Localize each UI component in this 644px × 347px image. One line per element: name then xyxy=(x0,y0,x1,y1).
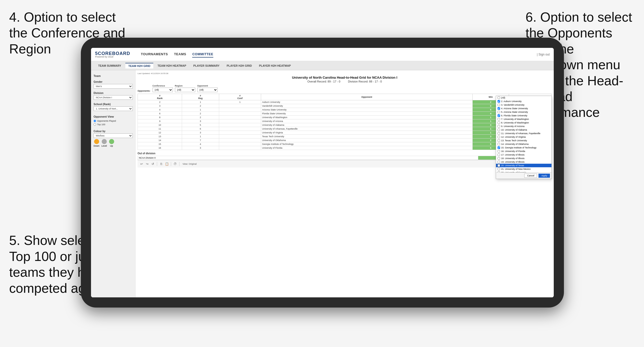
sidebar-colour-label: Colour by xyxy=(94,130,133,133)
top-nav: 5COREBOARD Powered by cloud TOURNAMENTS … xyxy=(91,48,554,61)
dropdown-item[interactable]: 13. Texas Tech University xyxy=(496,139,551,142)
sub-nav: TEAM SUMMARY TEAM H2H GRID TEAM H2H HEAT… xyxy=(91,61,554,70)
toolbar-divider-2 xyxy=(171,162,171,166)
paste-icon[interactable]: 📋 xyxy=(165,162,169,166)
dropdown-item[interactable]: 16. University of Florida xyxy=(496,149,551,153)
dropdown-item[interactable]: 6. Florida State University xyxy=(496,114,551,117)
colour-level-dot xyxy=(102,139,107,144)
table-row: 12 3 University of Virginia 1 0 xyxy=(138,131,552,135)
opponent-dropdown[interactable]: (All) 2. Auburn University 3. Vanderbilt… xyxy=(496,96,552,179)
dropdown-item[interactable]: 15. Georgia Institute of Technology xyxy=(496,146,551,149)
dropdown-item[interactable]: 17. University of Illinois xyxy=(496,153,551,157)
out-of-division: Out of division NCAA Division II 1 0 xyxy=(138,152,552,160)
conference-select[interactable]: (All) xyxy=(153,88,173,92)
undo-icon[interactable]: ↩ xyxy=(140,162,144,166)
dropdown-item[interactable]: 7. University of Washington xyxy=(496,117,551,121)
dropdown-item[interactable]: 14. University of Oklahoma xyxy=(496,142,551,146)
sidebar-gender-label: Gender xyxy=(94,80,133,83)
sidebar-school-select[interactable]: 1. University of Nort... xyxy=(94,106,133,111)
dropdown-item[interactable]: 19. University of Illinois xyxy=(496,160,551,164)
cancel-button[interactable]: Cancel xyxy=(524,174,537,178)
opponent-filter-label: Opponent xyxy=(197,85,218,87)
refresh-icon[interactable]: ↺ xyxy=(151,162,155,166)
opponent-filter: Opponent (All) xyxy=(197,85,218,92)
out-div-name: NCAA Division II xyxy=(138,156,478,160)
sidebar-colour-section: Colour by Win/loss Down Level xyxy=(94,130,133,147)
conference-filter-label: Conference xyxy=(153,85,173,87)
grid-area: Last Updated: 4/11/2024 16:55:38 Univers… xyxy=(136,70,554,297)
sidebar-gender-section: Gender Men's xyxy=(94,80,133,89)
opponent-select[interactable]: (All) xyxy=(197,88,218,92)
region-select[interactable]: (All) xyxy=(175,88,195,92)
dropdown-item[interactable]: 9. University of Arizona xyxy=(496,124,551,128)
sidebar-team-label: Team xyxy=(94,74,133,77)
redo-icon[interactable]: ↪ xyxy=(145,162,149,166)
table-row: 4 1 Arizona State University 5 1 xyxy=(138,108,552,112)
dropdown-footer: Cancel Apply xyxy=(496,172,551,179)
dropdown-item[interactable]: 12. University of Virginia xyxy=(496,135,551,139)
col-rank: #Rank xyxy=(138,94,182,100)
sidebar-gender-select[interactable]: Men's xyxy=(94,84,133,89)
dropdown-item[interactable]: 8. University of Washington xyxy=(496,121,551,124)
table-row: 6 2 Florida State University 4 2 xyxy=(138,112,552,116)
dropdown-item[interactable]: 18. University of Illinois xyxy=(496,157,551,160)
dropdown-item[interactable]: 21. University of New Mexico xyxy=(496,167,551,171)
subnav-player-h2h-grid[interactable]: PLAYER H2H GRID xyxy=(223,63,255,68)
nav-items: TOURNAMENTS TEAMS COMMITTEE xyxy=(141,51,529,58)
table-row: 16 3 University of Florida 5 1 xyxy=(138,146,552,150)
filters-row: Opponents: Conference (All) Region (All) xyxy=(138,85,552,92)
dropdown-item[interactable]: 11. University of Arkansas, Fayetteville xyxy=(496,132,551,135)
region-filter-label: Region xyxy=(175,85,195,87)
colour-up-dot xyxy=(109,139,114,144)
table-row: 2 1 1 Auburn University 2 1 xyxy=(138,100,552,104)
sidebar-opponent-view-section: Opponent View Opponents Played Top 100 xyxy=(94,115,133,126)
radio-top100[interactable]: Top 100 xyxy=(94,123,133,126)
division-record: Division Record: 88 - 17 - 0 xyxy=(348,80,382,83)
sidebar-division-select[interactable]: NCAA Division I xyxy=(94,95,133,100)
subnav-team-summary[interactable]: TEAM SUMMARY xyxy=(95,63,124,68)
dropdown-item[interactable]: (All) xyxy=(496,96,551,100)
subnav-team-h2h-heatmap[interactable]: TEAM H2H HEATMAP xyxy=(154,63,189,68)
radio-group: Opponents Played Top 100 xyxy=(94,120,133,126)
nav-teams[interactable]: TEAMS xyxy=(174,51,186,58)
dropdown-item[interactable]: 20. University of Texas xyxy=(496,164,551,167)
last-updated: Last Updated: 4/11/2024 16:55:38 xyxy=(138,72,552,75)
grid-main-title: University of North Carolina Head-to-Hea… xyxy=(138,76,552,79)
view-label: View: Original xyxy=(183,163,197,165)
clock-icon[interactable]: ⏱ xyxy=(173,162,177,166)
opponents-label: Opponents: xyxy=(138,90,151,92)
sidebar-colour-select[interactable]: Win/loss xyxy=(94,133,133,138)
dropdown-item[interactable]: 2. Auburn University xyxy=(496,100,551,103)
table-row: 15 4 Georgia Institute of Technology 5 1 xyxy=(138,142,552,146)
subnav-team-h2h-grid[interactable]: TEAM H2H GRID xyxy=(125,63,154,68)
tablet-screen: 5COREBOARD Powered by cloud TOURNAMENTS … xyxy=(91,48,554,297)
apply-button[interactable]: Apply xyxy=(538,174,550,178)
nav-tournaments[interactable]: TOURNAMENTS xyxy=(141,51,168,58)
region-filter: Region (All) xyxy=(175,85,195,92)
nav-committee[interactable]: COMMITTEE xyxy=(192,51,213,58)
colour-up: Up xyxy=(109,139,114,147)
radio-opponents-played[interactable]: Opponents Played xyxy=(94,120,133,122)
grid-subtitle: Overall Record: 89 - 17 - 0 Division Rec… xyxy=(138,80,552,83)
table-row: 3 2 Vanderbilt University 0 4 xyxy=(138,104,552,108)
logo-area: 5COREBOARD Powered by cloud xyxy=(95,51,133,58)
subnav-player-h2h-heatmap[interactable]: PLAYER H2H HEATMAP xyxy=(256,63,294,68)
nav-signout[interactable]: | Sign out xyxy=(537,53,550,56)
copy-icon[interactable]: ⎘ xyxy=(159,162,163,166)
col-reg: #Reg xyxy=(182,94,219,100)
conference-filter: Conference (All) xyxy=(153,85,173,92)
dropdown-item[interactable]: 5. Arizona State University xyxy=(496,110,551,114)
sidebar-team-section: Team xyxy=(94,74,133,77)
subnav-player-summary[interactable]: PLAYER SUMMARY xyxy=(190,63,222,68)
dropdown-item[interactable]: 4. Arizona State University xyxy=(496,107,551,110)
dropdown-list: (All) 2. Auburn University 3. Vanderbilt… xyxy=(496,96,551,172)
colour-down: Down xyxy=(94,139,99,147)
toolbar-divider-3 xyxy=(179,162,179,166)
table-row: 13 1 Texas Tech University 3 0 xyxy=(138,135,552,138)
colour-legend: Down Level Up xyxy=(94,139,133,147)
dropdown-item[interactable]: 3. Vanderbilt University xyxy=(496,103,551,107)
table-row: 10 5 University of Alabama 3 0 xyxy=(138,123,552,127)
table-row: 8 2 University of Washington 1 0 xyxy=(138,116,552,119)
data-table: #Rank #Reg #Conf Opponent Win Loss 2 1 1… xyxy=(138,94,552,150)
dropdown-item[interactable]: 10. University of Alabama xyxy=(496,128,551,132)
